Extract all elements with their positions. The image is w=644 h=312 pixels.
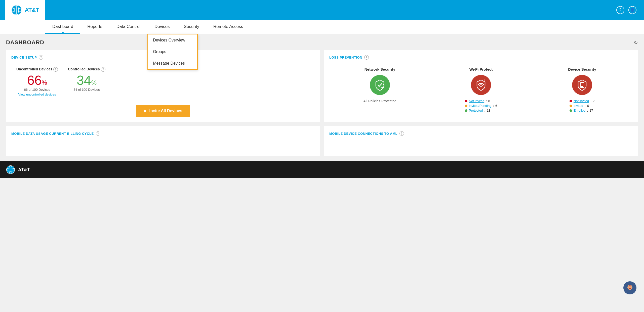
user-button[interactable]: 👤 [628,6,636,14]
wifi-protect-stats: Not invited: 8 Invited/Pending: 6 Protec… [465,99,497,113]
header-actions: ? 👤 [616,6,636,14]
device-not-invited-link[interactable]: Not invited [574,99,589,103]
controlled-sub: 34 of 100 Devices [68,88,105,92]
wifi-protected-link[interactable]: Protected [469,109,483,112]
device-not-invited-dot [570,100,572,102]
device-stats: Uncontrolled Devices ? 66% 66 of 100 Dev… [11,65,315,99]
top-cards-row: DEVICE SETUP ? Uncontrolled Devices ? 66… [6,50,638,122]
att-globe-icon [11,5,22,16]
dropdown-groups[interactable]: Groups [148,46,197,58]
device-security-icon: ! [572,75,592,95]
nav-dashboard[interactable]: Dashboard [45,20,80,34]
controlled-label: Controlled Devices ? [68,67,105,72]
network-security-col: Network Security All Policies Protected [332,67,428,113]
wifi-invited-pending-dot [465,105,467,107]
shield-check-icon [374,79,386,91]
wifi-not-invited-dot [465,100,467,102]
main-content: DASHBOARD ↻ DEVICE SETUP ? Uncontrolled … [0,34,644,161]
wifi-protect-icon: ! [471,75,491,95]
view-uncontrolled-link[interactable]: View uncontrolled devices [16,93,58,96]
nav-reports[interactable]: Reports [80,20,109,34]
nav-remote-access[interactable]: Remote Access [206,20,250,34]
loss-prevention-card: LOSS PREVENTION ? Network Security All P… [324,50,638,122]
main-nav: Dashboard Reports Data Control Devices D… [0,20,644,34]
wifi-warning-icon: ! [475,79,487,91]
wifi-protect-title: Wi-Fi Protect [433,67,529,71]
uncontrolled-stat: Uncontrolled Devices ? 66% 66 of 100 Dev… [16,67,58,96]
wifi-invited-pending-link[interactable]: Invited/Pending [469,104,492,108]
nav-data-control[interactable]: Data Control [109,20,147,34]
mobile-connections-title: MOBILE DEVICE CONNECTIONS TO AML ? [329,131,633,136]
brand-name: AT&T [25,7,39,13]
device-warning-icon: ! [576,79,588,91]
mobile-data-title: MOBILE DATA USAGE CURRENT BILLING CYCLE … [11,131,315,136]
device-invited-link[interactable]: Invited [574,104,583,108]
device-invited: Invited: 6 [570,104,595,108]
devices-dropdown: Devices Overview Groups Message Devices [147,34,198,70]
device-enrolled-dot [570,109,572,112]
controlled-stat: Controlled Devices ? 34% 34 of 100 Devic… [68,67,105,96]
uncontrolled-sub: 66 of 100 Devices [16,88,58,92]
network-security-icon [370,75,390,95]
network-security-title: Network Security [332,67,428,71]
device-security-stats: Not invited: 7 Invited: 6 Enrolled: 17 [570,99,595,113]
nav-security[interactable]: Security [177,20,206,34]
dropdown-devices-overview[interactable]: Devices Overview [148,34,197,46]
bottom-cards-row: MOBILE DATA USAGE CURRENT BILLING CYCLE … [6,126,638,156]
loss-prevention-title: LOSS PREVENTION ? [329,55,633,60]
mobile-connections-card: MOBILE DEVICE CONNECTIONS TO AML ? [324,126,638,156]
wifi-not-invited: Not invited: 8 [465,99,497,103]
logo-area: AT&T [5,0,45,20]
security-grid: Network Security All Policies Protected … [329,65,633,116]
uncontrolled-percent: 66% [16,74,58,87]
invite-all-button[interactable]: ▶ Invite All Devices [136,105,190,117]
wifi-invited-pending: Invited/Pending: 6 [465,104,497,108]
footer-globe-icon [6,165,15,174]
footer: AT&T [0,161,644,178]
svg-text:!: ! [585,79,587,83]
device-security-title: Device Security [534,67,630,71]
dropdown-message-devices[interactable]: Message Devices [148,58,197,69]
help-button[interactable]: ? [616,6,624,14]
network-security-status: All Policies Protected [332,99,428,103]
svg-text:!: ! [484,79,486,83]
dashboard-header: DASHBOARD ↻ [6,39,638,46]
mobile-connections-help-icon[interactable]: ? [399,131,404,136]
uncontrolled-label: Uncontrolled Devices ? [16,67,58,72]
wifi-protected-dot [465,109,467,112]
svg-point-6 [480,86,482,87]
invite-arrow-icon: ▶ [144,108,147,113]
controlled-help-icon[interactable]: ? [101,67,105,72]
loss-prevention-help-icon[interactable]: ? [364,55,369,60]
device-not-invited: Not invited: 7 [570,99,595,103]
mobile-data-help-icon[interactable]: ? [96,131,100,136]
device-enrolled-link[interactable]: Enrolled [574,109,586,112]
wifi-protected: Protected: 13 [465,109,497,112]
wifi-not-invited-link[interactable]: Not invited [469,99,484,103]
page-title: DASHBOARD [6,39,44,46]
controlled-percent: 34% [68,74,105,87]
device-enrolled: Enrolled: 17 [570,109,595,112]
device-security-col: Device Security ! [534,67,630,113]
uncontrolled-help-icon[interactable]: ? [53,67,58,72]
mobile-data-card: MOBILE DATA USAGE CURRENT BILLING CYCLE … [6,126,320,156]
nav-devices[interactable]: Devices Devices Overview Groups Message … [147,20,177,34]
header: AT&T ? 👤 [0,0,644,20]
refresh-icon[interactable]: ↻ [634,39,638,46]
device-setup-help-icon[interactable]: ? [39,55,43,60]
footer-brand: AT&T [18,167,30,172]
wifi-protect-col: Wi-Fi Protect ! [433,67,529,113]
device-invited-dot [570,105,572,107]
